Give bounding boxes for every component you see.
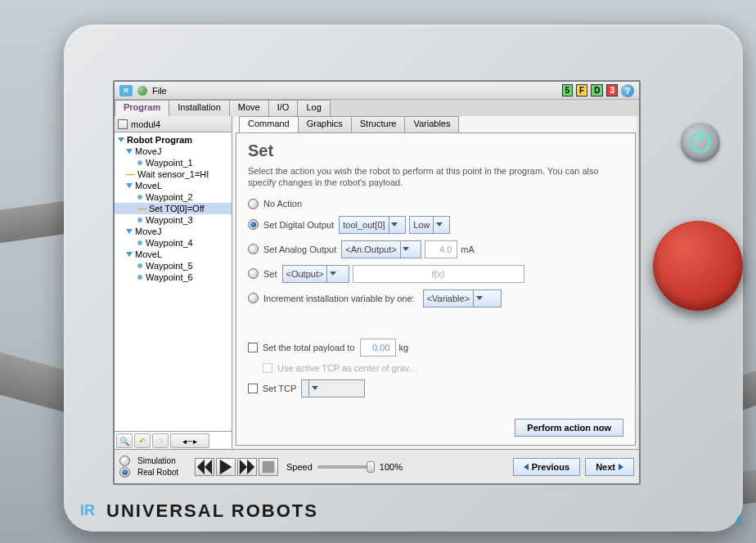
next-button[interactable]: Next <box>585 458 634 476</box>
brand: lR UNIVERSAL ROBOTS <box>80 500 318 522</box>
stop-button[interactable] <box>259 458 278 476</box>
subtab-structure[interactable]: Structure <box>351 116 406 132</box>
program-header: modul4 <box>115 116 232 132</box>
status-indicator: 5FD3 ? <box>562 84 634 97</box>
panel-title: Set <box>248 141 623 160</box>
option-no-action[interactable]: No Action <box>248 199 623 209</box>
tree-item: Waypoint_3 <box>115 214 232 226</box>
sub-tabs: Command Graphics Structure Variables <box>232 116 639 132</box>
file-menu[interactable]: File <box>152 86 167 96</box>
tree-item: Waypoint_1 <box>115 157 232 168</box>
tab-program[interactable]: Program <box>115 100 169 116</box>
tab-move[interactable]: Move <box>229 100 269 116</box>
subtab-command[interactable]: Command <box>239 116 299 132</box>
option-increment-variable[interactable]: Increment installation variable by one: … <box>248 289 623 307</box>
program-tree-panel: modul4 Robot Program MoveJ Waypoint_1 —W… <box>115 116 232 449</box>
tree-item: —Wait sensor_1=HI <box>115 168 232 180</box>
digital-output-select[interactable]: tool_out[0] <box>339 216 406 234</box>
tree-toolbar: 🔍 ↶ ↷ ◂─▸ <box>115 431 232 449</box>
set-output-select[interactable]: <Output> <box>282 265 349 283</box>
tree-item: Waypoint_4 <box>115 237 232 249</box>
play-button[interactable] <box>216 458 236 476</box>
command-body: Set Select the action you wish the robot… <box>236 132 636 446</box>
search-icon[interactable]: 🔍 <box>116 433 133 448</box>
tab-installation[interactable]: Installation <box>169 100 230 116</box>
tree-item-selected: —Set TO[0]=Off <box>115 203 232 214</box>
power-icon <box>690 132 711 153</box>
tab-log[interactable]: Log <box>297 100 330 116</box>
globe-icon[interactable] <box>137 86 147 96</box>
analog-value-input[interactable] <box>425 240 457 258</box>
tree-item: MoveJ <box>115 226 232 237</box>
option-set-output[interactable]: Set <Output> f(x) <box>248 265 623 283</box>
payload-input[interactable] <box>360 339 396 357</box>
teach-pendant: R File 5FD3 ? Program Installation Move … <box>64 25 743 532</box>
screen: R File 5FD3 ? Program Installation Move … <box>113 80 641 485</box>
checkbox-set-tcp[interactable]: Set TCP <box>248 379 623 397</box>
checkbox-tcp-gravity: Use active TCP as center of grav… <box>248 363 623 373</box>
svg-rect-0 <box>263 460 275 473</box>
tree-item: Waypoint_6 <box>115 272 232 283</box>
main-tabs: Program Installation Move I/O Log <box>115 100 639 116</box>
undo-icon[interactable]: ↶ <box>134 433 151 448</box>
titlebar: R File 5FD3 ? <box>115 82 639 100</box>
perform-action-button[interactable]: Perform action now <box>515 419 623 437</box>
analog-output-select[interactable]: <An.Output> <box>341 240 421 258</box>
checkbox-payload[interactable]: Set the total payload to kg <box>248 339 623 357</box>
increment-variable-select[interactable]: <Variable> <box>423 289 502 307</box>
tree-item: Waypoint_2 <box>115 191 232 203</box>
emergency-stop-button[interactable] <box>653 221 743 311</box>
rewind-button[interactable] <box>195 458 214 476</box>
subtab-graphics[interactable]: Graphics <box>298 116 352 132</box>
move-arrows[interactable]: ◂─▸ <box>170 433 209 448</box>
chevron-left-icon[interactable]: ‹ <box>736 505 743 532</box>
power-button[interactable] <box>681 123 720 162</box>
ur-logo-icon: lR <box>80 502 98 520</box>
ur-logo-icon: R <box>119 85 133 96</box>
brand-text: UNIVERSAL ROBOTS <box>106 500 318 522</box>
footer-bar: Simulation Real Robot Speed 100% Previou… <box>115 449 639 483</box>
run-mode[interactable]: Simulation Real Robot <box>119 455 178 478</box>
tree-item: MoveJ <box>115 146 232 157</box>
forward-button[interactable] <box>237 458 257 476</box>
fx-expression-input[interactable]: f(x) <box>353 265 524 283</box>
workspace: modul4 Robot Program MoveJ Waypoint_1 —W… <box>115 116 639 449</box>
tcp-select[interactable] <box>301 379 365 397</box>
program-name: modul4 <box>131 119 160 129</box>
option-digital-output[interactable]: Set Digital Output tool_out[0] Low <box>248 216 623 234</box>
tab-io[interactable]: I/O <box>268 100 299 116</box>
speed-control: Speed 100% <box>286 462 403 472</box>
help-icon[interactable]: ? <box>621 84 634 97</box>
digital-value-select[interactable]: Low <box>409 216 450 234</box>
redo-icon[interactable]: ↷ <box>152 433 169 448</box>
previous-button[interactable]: Previous <box>513 458 580 476</box>
program-tree[interactable]: Robot Program MoveJ Waypoint_1 —Wait sen… <box>115 132 232 431</box>
save-icon[interactable] <box>118 119 128 129</box>
subtab-variables[interactable]: Variables <box>404 116 459 132</box>
command-panel: Command Graphics Structure Variables Set… <box>232 116 639 449</box>
tree-item: MoveL <box>115 180 232 191</box>
tree-item: Waypoint_5 <box>115 260 232 272</box>
tree-item: MoveL <box>115 249 232 260</box>
option-analog-output[interactable]: Set Analog Output <An.Output> mA <box>248 240 623 258</box>
speed-slider[interactable] <box>317 465 375 469</box>
transport-controls <box>195 458 278 476</box>
panel-description: Select the action you wish the robot to … <box>248 165 623 189</box>
